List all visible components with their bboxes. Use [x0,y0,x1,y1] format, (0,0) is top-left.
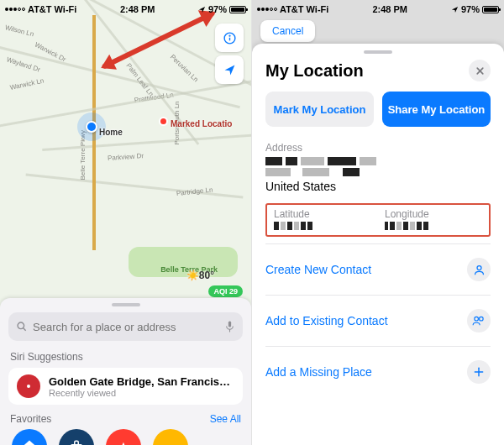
battery-icon [229,6,246,13]
suggestion-subtitle: Recently viewed [49,388,234,398]
marked-location-pin[interactable] [159,117,168,126]
latitude-label: Latitude [274,208,371,220]
battery-pct: 97% [208,4,227,14]
favorite-other[interactable] [153,429,188,445]
plus-icon [467,360,491,384]
contact-merge-icon [467,309,491,332]
briefcase-icon [69,439,84,445]
close-button[interactable] [469,60,491,81]
add-existing-contact-row[interactable]: Add to Existing Contact [265,301,491,341]
home-label: Home [99,128,123,137]
address-line-1 [265,157,491,165]
svg-point-13 [480,317,484,321]
map-info-button[interactable] [215,24,244,52]
search-input[interactable] [33,321,219,333]
clock: 2:48 PM [120,4,155,14]
share-location-button[interactable]: Share My Location [382,92,491,127]
status-bar: AT&T Wi-Fi 2:48 PM 97% [252,0,504,18]
street-label: Belle Terre Pkwy [79,130,87,180]
status-bar: AT&T Wi-Fi 2:48 PM 97% [0,0,251,18]
favorite-pinned[interactable] [106,429,141,445]
create-contact-label: Create New Contact [265,263,371,276]
svg-line-4 [24,328,26,331]
latitude-value [274,222,371,230]
favorites-heading: Favorites [10,413,51,425]
location-detail-sheet[interactable]: My Location Mark My Location Share My Lo… [252,44,504,445]
address-label: Address [265,142,491,154]
carrier-label: AT&T Wi-Fi [28,4,76,14]
street-label: Wilson Ln [4,24,34,38]
see-all-link[interactable]: See All [210,413,241,425]
dictation-icon[interactable] [224,320,235,333]
street-label: Partridge Ln [176,186,213,197]
home-icon [21,438,38,445]
favorite-home[interactable] [12,429,47,445]
svg-point-3 [18,322,24,329]
search-icon [16,321,28,332]
location-arrow-icon [223,63,237,77]
street-label: Prattwood Ln [134,91,174,103]
siri-suggestions-heading: Siri Suggestions [10,351,241,363]
add-missing-label: Add a Missing Place [265,365,372,379]
contact-add-icon [467,258,491,281]
current-location-dot[interactable] [86,121,97,133]
add-missing-place-row[interactable]: Add a Missing Place [265,352,491,392]
address-country: United States [265,180,491,193]
search-field[interactable] [8,312,243,341]
weather-badge[interactable]: ☀️80° [186,270,214,281]
pin-icon [17,374,40,398]
favorites-row [8,429,243,445]
street-label: Warwick Ln [9,77,45,92]
suggestion-title: Golden Gate Bridge, San Francis… [49,375,234,388]
tracking-button[interactable] [215,55,244,84]
info-icon [223,31,237,45]
favorite-work[interactable] [59,429,94,445]
add-existing-label: Add to Existing Contact [265,314,388,327]
search-sheet[interactable]: Siri Suggestions Golden Gate Bridge, San… [0,298,251,445]
coordinates-box: Latitude Longitude [265,203,491,237]
street-label: Peruvian Ln [169,53,200,83]
aqi-badge[interactable]: AQI 29 [208,285,243,297]
signal-dots [5,8,25,11]
pin-icon [116,439,131,445]
address-line-2 [265,168,491,176]
longitude-value [385,222,482,230]
my-location-screen: AT&T Wi-Fi 2:48 PM 97% Cancel My Locatio… [252,0,504,445]
cancel-peek[interactable]: Cancel [260,20,315,42]
street-label: Parkview Dr [108,152,144,162]
svg-point-11 [477,265,481,270]
street-label: Wayland Dr [6,55,41,73]
marked-location-label: Marked Locatio [171,119,232,128]
sheet-grabber[interactable] [364,50,392,54]
sheet-grabber[interactable] [112,303,140,306]
svg-rect-5 [228,322,231,327]
svg-point-2 [229,35,230,36]
svg-point-12 [475,317,479,321]
svg-point-7 [27,385,30,388]
suggestion-row[interactable]: Golden Gate Bridge, San Francis… Recentl… [8,368,243,405]
longitude-label: Longitude [385,208,482,220]
maps-main-screen: Belle Terre Park Wilson Ln Warwick Dr Wa… [0,0,252,445]
sheet-title: My Location [265,61,364,81]
mark-location-button[interactable]: Mark My Location [265,92,374,127]
location-services-icon [198,6,206,13]
create-contact-row[interactable]: Create New Contact [265,249,491,290]
close-icon [475,66,485,76]
